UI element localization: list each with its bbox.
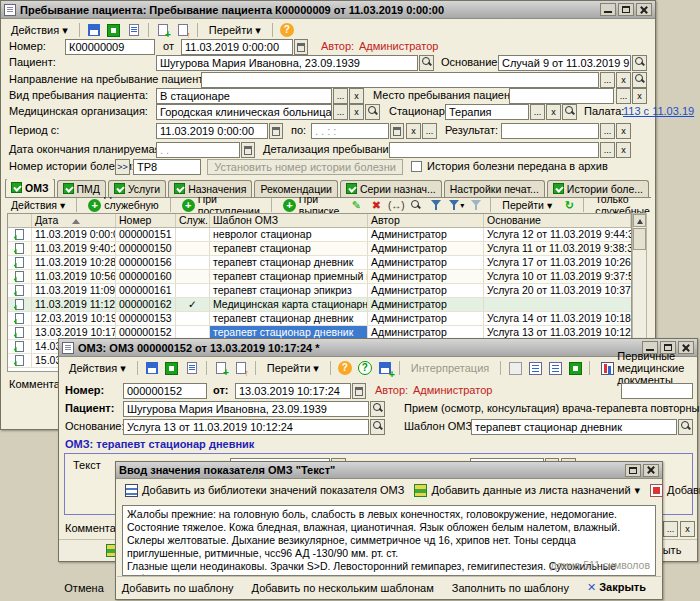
referral-field[interactable]	[201, 72, 599, 88]
tab-prescriptions[interactable]: Назначения	[168, 180, 252, 197]
comment-clear-icon[interactable]: x	[680, 521, 695, 537]
table-row[interactable]: 12.03.2019 10:19:11000000153терапевт ста…	[8, 312, 631, 326]
patient-lookup-icon[interactable]	[419, 55, 434, 71]
list-actions-menu[interactable]: Действия▾	[5, 197, 71, 213]
omz-date-field[interactable]: 13.03.2019 10:17:24	[235, 383, 351, 399]
tab-services[interactable]: Услуги	[108, 180, 166, 197]
add-service-omz-button[interactable]: +Добавить служебную ОМЗ	[82, 197, 164, 213]
add-from-docs-button[interactable]: Добавить из документов ОМЗ	[645, 482, 700, 499]
patient-field[interactable]: Шугурова Мария Ивановна, 23.09.1939	[156, 55, 418, 71]
omz-basis-field[interactable]: Услуга 13 от 11.03.2019 10:12:24	[123, 419, 369, 435]
detail-select-icon[interactable]: ...	[600, 142, 615, 158]
hospital-clear-icon[interactable]: x	[546, 104, 561, 120]
table-row[interactable]: 11.03.2019 11:09:35000000161терапевт ста…	[8, 284, 631, 298]
copy-icon[interactable]	[212, 360, 230, 376]
add-from-library-button[interactable]: Добавить из библиотеки значений показате…	[120, 482, 409, 499]
result-select-icon[interactable]: ...	[600, 123, 615, 139]
actions-menu[interactable]: Действия▾	[63, 360, 132, 377]
dialog-titlebar[interactable]: Ввод значения показателя ОМЗ "Текст"	[116, 462, 662, 479]
post-icon[interactable]	[163, 360, 181, 376]
history-number-field[interactable]: ТР8	[133, 159, 201, 175]
only-service-toggle[interactable]: Только служебные	[589, 197, 653, 213]
minimize-icon[interactable]	[642, 341, 658, 354]
filter-by-value-icon[interactable]: ▾	[447, 197, 465, 213]
hospital-lookup-icon[interactable]	[562, 104, 577, 120]
calendar-icon[interactable]	[352, 383, 366, 399]
stay-place-select-icon[interactable]: ...	[616, 88, 631, 104]
org-lookup-icon[interactable]	[365, 104, 380, 120]
basis-field[interactable]: Случай 9 от 11.03.2019 9:36:12	[498, 55, 631, 71]
archive-checkbox[interactable]	[411, 161, 422, 172]
add-by-multiple-templates-button[interactable]: Добавить по нескольким шаблонам	[243, 582, 443, 594]
table-row[interactable]: 11.03.2019 10:28:52000000156терапевт ста…	[8, 256, 631, 270]
template-field[interactable]: терапевт стационар дневник	[471, 419, 677, 435]
basis-lookup-icon[interactable]	[370, 419, 385, 435]
header-date[interactable]: Дата	[32, 214, 116, 227]
number-field[interactable]: К00000009	[65, 39, 155, 55]
close-icon[interactable]	[678, 341, 694, 354]
result-clear-icon[interactable]: x	[616, 123, 631, 139]
calendar-icon[interactable]	[390, 123, 404, 139]
header-author[interactable]: Автор	[368, 214, 484, 227]
primary-docs-button[interactable]: Первичные медицинские документы	[595, 348, 693, 388]
header-icon-col[interactable]	[8, 214, 32, 227]
header-service[interactable]: Служ.	[176, 214, 210, 227]
table-row[interactable]: 11.03.2019 9:40:27000000150терапевт стац…	[8, 242, 631, 256]
omz-extra-field[interactable]	[621, 383, 693, 399]
green-card-icon[interactable]	[566, 360, 584, 376]
header-basis[interactable]: Основание	[484, 214, 631, 227]
goto-menu[interactable]: Перейти▾	[203, 22, 267, 39]
comment-select-icon[interactable]: ...	[663, 521, 678, 537]
ward-link[interactable]: 113 с 11.03.19	[623, 104, 694, 119]
result-field[interactable]	[501, 123, 599, 139]
calendar-icon[interactable]	[294, 39, 308, 55]
period-clear-icon[interactable]: x	[406, 123, 421, 139]
close-icon[interactable]	[636, 3, 652, 16]
fill-by-template-button[interactable]: Заполнить по шаблону	[443, 582, 578, 594]
calendar-icon[interactable]	[241, 142, 255, 158]
calendar-icon[interactable]	[269, 123, 283, 139]
save-close-icon[interactable]	[85, 22, 103, 38]
period-from-field[interactable]: 11.03.2019 0:00:00	[156, 123, 268, 139]
save-close-icon[interactable]	[143, 360, 161, 376]
scroll-up-icon[interactable]	[633, 214, 646, 227]
table-row[interactable]: 11.03.2019 10:56:03000000160терапевт ста…	[8, 270, 631, 284]
scrollbar-thumb[interactable]	[633, 228, 646, 250]
add-lines-icon[interactable]	[526, 360, 544, 376]
tab-histories[interactable]: Истории боле...	[547, 180, 649, 197]
referral-clear-icon[interactable]: x	[616, 72, 631, 88]
copy-icon[interactable]	[154, 22, 172, 38]
stay-type-clear-icon[interactable]: x	[349, 88, 364, 104]
clear-filter-icon[interactable]	[467, 197, 485, 213]
org-select-icon[interactable]: ...	[333, 104, 348, 120]
list-icon[interactable]	[546, 360, 564, 376]
patient-stay-titlebar[interactable]: Пребывание пациента: Пребывание пациента…	[1, 1, 655, 19]
date-field[interactable]: 11.03.2019 0:00:00	[181, 39, 293, 55]
period-to-field[interactable]: . . : :	[311, 123, 389, 139]
hospital-field[interactable]: Терапия	[445, 104, 529, 120]
template-lookup-icon[interactable]	[678, 419, 693, 435]
org-field[interactable]: Городская клиническая больница №22	[156, 104, 332, 120]
maximize-icon[interactable]	[625, 464, 641, 477]
reread-icon[interactable]	[125, 22, 143, 38]
org-clear-icon[interactable]: x	[349, 104, 364, 120]
maximize-icon[interactable]	[660, 341, 676, 354]
filter-icon[interactable]	[427, 197, 445, 213]
list-goto-menu[interactable]: Перейти▾	[496, 197, 558, 213]
header-number[interactable]: Номер	[116, 214, 176, 227]
add-from-sheet-button[interactable]: Добавить данные из листа назначений▾	[409, 482, 645, 499]
help-icon[interactable]: ?	[336, 360, 354, 376]
actions-menu[interactable]: Действия▾	[5, 22, 74, 39]
cancel-button[interactable]: Отмена	[55, 582, 112, 594]
search-icon[interactable]	[407, 197, 425, 213]
stay-type-select-icon[interactable]: ...	[333, 88, 348, 104]
stay-type-field[interactable]: В стационаре	[156, 88, 332, 104]
interpretation-button[interactable]: Интерпретация	[405, 360, 495, 376]
omz-patient-field[interactable]: Шугурова Мария Ивановна, 23.09.1939	[123, 401, 369, 417]
tab-series[interactable]: Серии назнач...	[340, 180, 442, 197]
post-icon[interactable]	[105, 22, 123, 38]
close-button[interactable]: ✕ Закрыть	[578, 581, 655, 594]
input-on-basis-icon[interactable]	[232, 360, 250, 376]
column-width-icon[interactable]: (↔)	[387, 197, 405, 213]
patient-lookup-icon[interactable]	[370, 401, 385, 417]
